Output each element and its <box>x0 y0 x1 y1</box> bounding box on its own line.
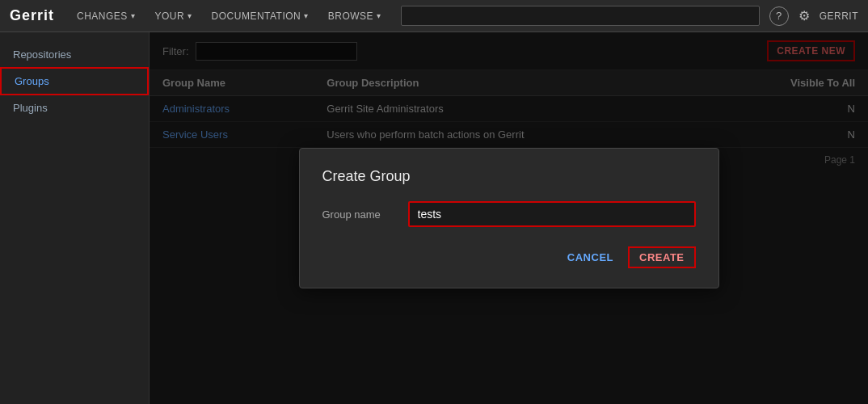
help-icon[interactable]: ? <box>769 6 789 26</box>
sidebar-item-groups[interactable]: Groups <box>0 67 149 95</box>
modal-title: Create Group <box>322 168 696 185</box>
sidebar-item-plugins[interactable]: Plugins <box>0 95 149 120</box>
page-layout: Repositories Groups Plugins Filter: CREA… <box>0 32 868 404</box>
chevron-down-icon: ▾ <box>131 11 136 20</box>
modal-actions: CANCEL CREATE <box>322 243 696 268</box>
search-input[interactable] <box>401 6 760 26</box>
sidebar: Repositories Groups Plugins <box>0 32 150 404</box>
top-navigation: Gerrit CHANGES ▾ YOUR ▾ DOCUMENTATION ▾ … <box>0 0 868 32</box>
search-container <box>401 6 760 26</box>
gear-icon[interactable]: ⚙ <box>798 8 810 23</box>
chevron-down-icon: ▾ <box>188 11 192 20</box>
nav-username: GERRIT <box>820 11 858 22</box>
chevron-down-icon: ▾ <box>377 11 381 20</box>
group-name-input[interactable] <box>408 201 696 227</box>
create-button[interactable]: CREATE <box>628 246 695 268</box>
sidebar-item-repositories[interactable]: Repositories <box>0 42 149 67</box>
nav-changes[interactable]: CHANGES ▾ <box>67 0 145 32</box>
chevron-down-icon: ▾ <box>304 11 309 20</box>
nav-your[interactable]: YOUR ▾ <box>145 0 201 32</box>
modal-overlay: Create Group Group name CANCEL CREATE <box>150 32 868 404</box>
nav-right-section: ? ⚙ GERRIT <box>769 6 858 26</box>
modal-form-row: Group name <box>322 201 696 227</box>
main-content: Filter: CREATE NEW Group Name Group Desc… <box>150 32 868 404</box>
nav-browse[interactable]: BROWSE ▾ <box>318 0 391 32</box>
nav-documentation[interactable]: DOCUMENTATION ▾ <box>202 0 318 32</box>
group-name-label: Group name <box>322 208 395 221</box>
create-group-modal: Create Group Group name CANCEL CREATE <box>299 148 719 288</box>
app-logo: Gerrit <box>10 7 54 24</box>
cancel-button[interactable]: CANCEL <box>559 246 622 268</box>
